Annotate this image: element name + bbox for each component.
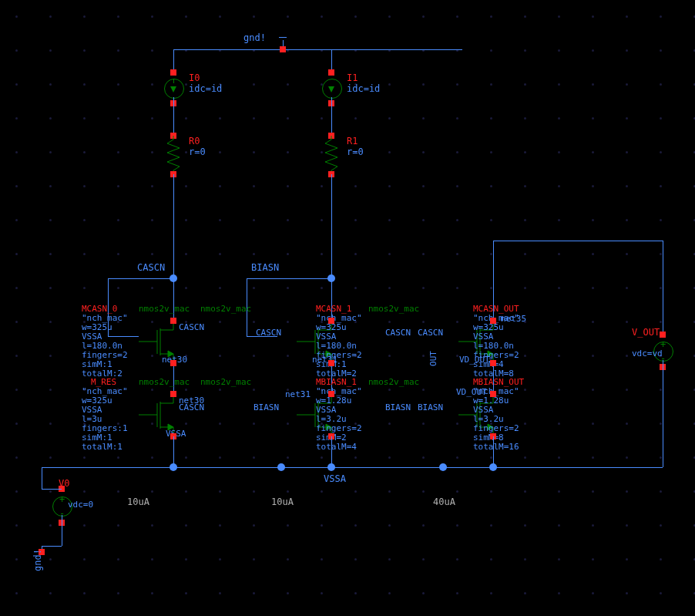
net-gnd-bottom: gnd! [32, 549, 43, 571]
current-3: 40uA [433, 497, 455, 507]
net-biasn: BIASN [251, 262, 279, 273]
R1-name: R1 [347, 136, 358, 146]
vout-param: vdc=vd [632, 348, 663, 358]
mres-params: "nch_mac" w=325u VSSA l=3u fingers:1 sim… [82, 387, 128, 452]
wire-gnd [173, 49, 462, 50]
v0-param: vdc=0 [68, 500, 93, 510]
current-2: 10uA [271, 497, 294, 507]
mcasn0-params: "nch_mac" w=325u VSSA l=180.0n fingers=2… [82, 314, 128, 379]
R1-param: r=0 [347, 146, 364, 157]
net-gnd: gnd! [243, 32, 266, 43]
current-1: 10uA [127, 497, 149, 507]
I1-param: idc=id [347, 83, 380, 94]
vout-name: V_OUT [632, 327, 660, 338]
schematic-canvas[interactable]: (function(){ const cv = document.current… [0, 0, 695, 616]
gnd-pin [280, 46, 286, 52]
R0-param: r=0 [189, 146, 206, 157]
R0-name: R0 [189, 136, 200, 146]
I0-name: I0 [189, 72, 200, 83]
resistor-R0[interactable] [166, 136, 181, 174]
I1-name: I1 [347, 72, 358, 83]
mcasn1-type: nmos2v_mac [368, 304, 419, 314]
mbiasn1-params: "nch_mac" w=1.28u VSSA l=3.2u fingers=2 … [316, 387, 362, 452]
net-cascn: CASCN [137, 262, 165, 273]
I0-param: idc=id [189, 83, 222, 94]
net-vssa: VSSA [324, 473, 346, 484]
v0-name: V0 [59, 478, 69, 489]
mcasn1-params: "nch_mac" w=325u VSSA l=180.0n fingers=2… [316, 314, 362, 379]
resistor-R1[interactable] [324, 136, 339, 174]
mcasn0-type: nmos2v_mac [139, 304, 190, 314]
